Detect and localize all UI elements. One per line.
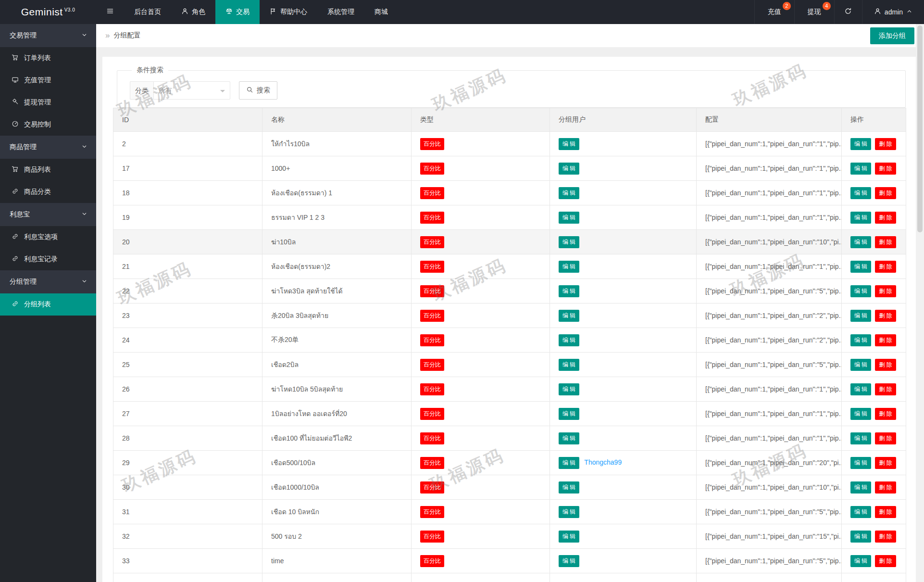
edit-button[interactable]: 编 辑 [850, 187, 871, 199]
cart-icon [12, 165, 19, 174]
edit-button[interactable]: 编 辑 [850, 383, 871, 395]
group-user-edit-button[interactable]: 编 辑 [559, 555, 579, 567]
delete-button[interactable]: 删 除 [875, 555, 896, 567]
group-user-edit-button[interactable]: 编 辑 [559, 285, 579, 297]
group-user-edit-button[interactable]: 编 辑 [559, 506, 579, 518]
delete-button[interactable]: 删 除 [875, 138, 896, 150]
top-nav-item[interactable]: 后台首页 [124, 0, 171, 24]
group-user-link[interactable]: Thongcha99 [584, 458, 622, 466]
type-badge: 百分比 [420, 531, 444, 543]
add-group-button[interactable]: 添加分组 [870, 27, 914, 44]
cell-group-user: 编 辑 [550, 549, 697, 573]
cell-config: [{"pipei_dan_num":1,"pipei_dan_run":"15"… [697, 524, 842, 549]
edit-button[interactable]: 编 辑 [850, 163, 871, 175]
delete-button[interactable]: 删 除 [875, 334, 896, 346]
search-button[interactable]: 搜索 [239, 81, 277, 100]
groups-table: ID名称类型分组用户配置操作 2ให้กำไร10บิล百分比编 辑[{"pip… [113, 108, 906, 582]
cell-config: [{"pipei_dan_num":1,"pipei_dan_run":"10"… [697, 230, 842, 254]
delete-button[interactable]: 删 除 [875, 481, 896, 493]
sidebar-group-title[interactable]: 利息宝 [0, 203, 96, 226]
delete-button[interactable]: 删 除 [875, 457, 896, 469]
sidebar-item[interactable]: 利息宝记录 [0, 248, 96, 270]
group-user-edit-button[interactable]: 编 辑 [559, 310, 579, 322]
edit-button[interactable]: 编 辑 [850, 555, 871, 567]
group-user-edit-button[interactable]: 编 辑 [559, 212, 579, 224]
edit-button[interactable]: 编 辑 [850, 408, 871, 420]
cell-actions: 编 辑删 除 [842, 426, 906, 451]
delete-button[interactable]: 删 除 [875, 187, 896, 199]
edit-button[interactable]: 编 辑 [850, 531, 871, 543]
edit-button[interactable]: 编 辑 [850, 481, 871, 493]
group-user-edit-button[interactable]: 编 辑 [559, 408, 579, 420]
delete-button[interactable]: 删 除 [875, 285, 896, 297]
sidebar-item[interactable]: 分组列表 [0, 293, 96, 316]
edit-button[interactable]: 编 辑 [850, 310, 871, 322]
edit-button[interactable]: 编 辑 [850, 506, 871, 518]
sidebar-item[interactable]: 商品列表 [0, 159, 96, 181]
sidebar-item[interactable]: 订单列表 [0, 47, 96, 69]
group-user-edit-button[interactable]: 编 辑 [559, 383, 579, 395]
table-row: 33time百分比编 辑[{"pipei_dan_num":1,"pipei_d… [113, 549, 906, 573]
refresh-button[interactable] [834, 0, 862, 24]
sidebar-item[interactable]: 提现管理 [0, 91, 96, 114]
delete-button[interactable]: 删 除 [875, 506, 896, 518]
logo-version: V3.0 [64, 7, 75, 13]
delete-button[interactable]: 删 除 [875, 236, 896, 248]
edit-button[interactable]: 编 辑 [850, 334, 871, 346]
delete-button[interactable]: 删 除 [875, 359, 896, 371]
recharge-button[interactable]: 充值 2 [754, 0, 794, 24]
delete-button[interactable]: 删 除 [875, 261, 896, 273]
group-user-edit-button[interactable]: 编 辑 [559, 138, 579, 150]
edit-button[interactable]: 编 辑 [850, 138, 871, 150]
edit-button[interactable]: 编 辑 [850, 457, 871, 469]
edit-button[interactable]: 编 辑 [850, 212, 871, 224]
edit-button[interactable]: 编 辑 [850, 261, 871, 273]
sidebar-item[interactable]: 交易控制 [0, 114, 96, 136]
group-user-edit-button[interactable]: 编 辑 [559, 261, 579, 273]
edit-button[interactable]: 编 辑 [850, 236, 871, 248]
delete-button[interactable]: 删 除 [875, 408, 896, 420]
top-nav-item[interactable]: 帮助中心 [260, 0, 317, 24]
delete-button[interactable]: 删 除 [875, 212, 896, 224]
cell-type: 百分比 [412, 377, 550, 402]
group-user-edit-button[interactable]: 编 辑 [559, 187, 579, 199]
group-user-edit-button[interactable]: 编 辑 [559, 334, 579, 346]
sidebar-group-title[interactable]: 分组管理 [0, 270, 96, 293]
delete-button[interactable]: 删 除 [875, 163, 896, 175]
edit-button[interactable]: 编 辑 [850, 432, 871, 444]
sidebar-toggle-button[interactable] [96, 0, 124, 24]
category-select[interactable]: 所有 [153, 81, 230, 100]
sidebar-group-title[interactable]: 交易管理 [0, 24, 96, 47]
sidebar-item[interactable]: 利息宝选项 [0, 226, 96, 248]
delete-button[interactable]: 删 除 [875, 531, 896, 543]
column-header: 操作 [842, 108, 906, 132]
group-user-edit-button[interactable]: 编 辑 [559, 531, 579, 543]
group-user-edit-button[interactable]: 编 辑 [559, 359, 579, 371]
sidebar-group-title[interactable]: 商品管理 [0, 136, 96, 159]
top-nav-item[interactable]: 角色 [171, 0, 215, 24]
link-icon [12, 255, 19, 264]
group-user-edit-button[interactable]: 编 辑 [559, 481, 579, 493]
sidebar-group-label: 交易管理 [10, 31, 37, 40]
top-nav-item[interactable]: 系统管理 [317, 0, 364, 24]
group-user-edit-button[interactable]: 编 辑 [559, 432, 579, 444]
withdraw-button[interactable]: 提现 4 [794, 0, 834, 24]
edit-button[interactable]: 编 辑 [850, 359, 871, 371]
scrollbar-thumb[interactable] [917, 25, 923, 232]
cell-group-user: 编 辑 [550, 377, 697, 402]
group-user-edit-button[interactable]: 编 辑 [559, 457, 579, 469]
group-user-edit-button[interactable]: 编 辑 [559, 163, 579, 175]
cell-type: 百分比 [412, 475, 550, 500]
top-nav-item[interactable]: 商城 [364, 0, 398, 24]
cell-id: 2 [113, 132, 262, 156]
user-menu[interactable]: admin [862, 0, 924, 24]
top-nav-item[interactable]: 交易 [215, 0, 260, 24]
delete-button[interactable]: 删 除 [875, 383, 896, 395]
delete-button[interactable]: 删 除 [875, 432, 896, 444]
sidebar-item[interactable]: 商品分类 [0, 181, 96, 203]
edit-button[interactable]: 编 辑 [850, 285, 871, 297]
sidebar-item[interactable]: 充值管理 [0, 69, 96, 91]
group-user-edit-button[interactable]: 编 辑 [559, 236, 579, 248]
type-badge: 百分比 [420, 138, 444, 150]
delete-button[interactable]: 删 除 [875, 310, 896, 322]
